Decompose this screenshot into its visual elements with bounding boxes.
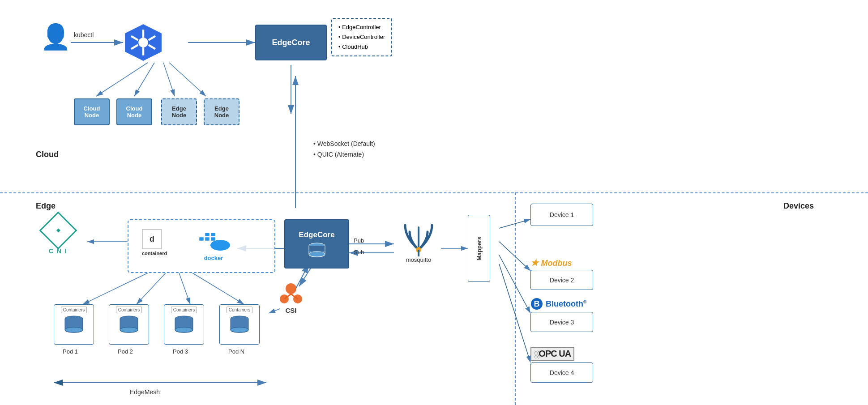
k8s-logo	[123, 22, 163, 63]
sub-label: Sub	[354, 249, 364, 256]
pod2-containers: Containers	[116, 307, 142, 313]
device-2-area: ★ Modbus Device 2	[530, 257, 620, 290]
svg-point-31	[138, 38, 148, 47]
edgecore-box: EdgeCore	[284, 219, 349, 269]
svg-point-44	[210, 240, 230, 251]
svg-rect-49	[211, 233, 215, 236]
csi-label: CSI	[285, 307, 296, 314]
device-1-box: Device 1	[530, 204, 593, 226]
device-3-box: Device 3	[530, 312, 593, 332]
mosquitto-area: mosquitto	[389, 213, 448, 271]
quic-note: • QUIC (Alternate)	[313, 149, 375, 160]
svg-line-22	[83, 273, 148, 304]
bluetooth-label: Bluetooth®	[546, 299, 586, 309]
pod3-containers: Containers	[171, 307, 197, 313]
pod-1-group: Containers	[54, 304, 94, 345]
ch-label: • CloudHub	[338, 42, 385, 52]
device-4-area: ░OPC UA Device 4	[530, 347, 629, 383]
csi-area: CSI	[275, 277, 307, 314]
svg-point-51	[65, 327, 83, 333]
device-1-label: Device 1	[550, 211, 574, 218]
modbus-label: Modbus	[541, 259, 572, 268]
containerd-icon: d	[142, 229, 162, 249]
svg-text:B: B	[534, 299, 540, 308]
svg-rect-45	[199, 237, 204, 241]
svg-line-9	[163, 63, 175, 96]
svg-line-17	[499, 242, 530, 271]
svg-point-53	[120, 327, 138, 333]
pod-3-group: Containers	[164, 304, 204, 345]
containerd-label: containerd	[142, 251, 167, 256]
opcua-logo: ░OPC UA	[530, 347, 574, 361]
device-4-box: Device 4	[530, 362, 593, 383]
pod1-containers: Containers	[61, 307, 87, 313]
pod-2-label: Pod 2	[118, 348, 133, 355]
mosquitto-label: mosquitto	[406, 256, 431, 263]
svg-rect-48	[205, 233, 210, 236]
diagram-container: 👤 kubectl EdgeCore • EdgeController • De…	[0, 0, 868, 405]
pod-2-group: Containers	[109, 304, 149, 345]
dc-label: • DeviceController	[338, 32, 385, 42]
pod-1-label: Pod 1	[63, 348, 78, 355]
edgemesh-label: EdgeMesh	[130, 388, 160, 396]
cloudcore-annotation: • EdgeController • DeviceController • Cl…	[331, 18, 392, 56]
device-4-label: Device 4	[550, 369, 574, 376]
svg-rect-46	[205, 237, 210, 241]
podn-containers: Containers	[227, 307, 252, 313]
devices-section-label: Devices	[783, 201, 814, 211]
device-2-box: Device 2	[530, 270, 593, 290]
svg-line-16	[499, 219, 530, 228]
pub-label: Pub	[354, 237, 364, 244]
device-3-area: B Bluetooth® Device 3	[530, 298, 629, 332]
cni-area: ◆ C N I	[45, 217, 72, 255]
mappers-box: Mappers	[468, 215, 490, 282]
svg-line-10	[169, 63, 206, 96]
svg-point-57	[231, 327, 248, 333]
docker-label: docker	[196, 255, 231, 261]
svg-line-8	[134, 63, 154, 96]
pod-n-group: Containers	[219, 304, 260, 345]
svg-point-58	[286, 283, 296, 294]
pod-n-label: Pod N	[228, 348, 244, 355]
svg-rect-47	[211, 237, 215, 241]
ec-label: • EdgeController	[338, 22, 385, 32]
user-icon: 👤	[40, 25, 71, 49]
connection-notes: • WebSocket (Default) • QUIC (Alternate)	[313, 139, 375, 160]
svg-line-23	[137, 273, 166, 304]
cloud-section-label: Cloud	[36, 150, 59, 159]
svg-line-25	[192, 273, 244, 304]
edge-section-label: Edge	[36, 201, 56, 211]
websocket-note: • WebSocket (Default)	[313, 139, 375, 149]
device-3-label: Device 3	[550, 319, 574, 326]
edge-node-2: EdgeNode	[204, 98, 239, 125]
cloud-node-1: CloudNode	[74, 98, 110, 125]
cloud-node-2: CloudNode	[116, 98, 152, 125]
pod-3-label: Pod 3	[173, 348, 188, 355]
svg-line-24	[179, 273, 190, 304]
cloudcore-box: EdgeCore	[255, 25, 327, 60]
mappers-label: Mappers	[476, 236, 483, 260]
svg-line-18	[499, 255, 530, 313]
svg-line-7	[96, 63, 148, 96]
svg-line-19	[499, 264, 530, 362]
edge-node-1: EdgeNode	[161, 98, 197, 125]
runtime-dashed-box: d containerd docker	[128, 219, 275, 273]
edgecore-label: EdgeCore	[299, 230, 334, 239]
svg-point-55	[175, 327, 193, 333]
cloudcore-label: EdgeCore	[272, 38, 310, 47]
kubectl-label: kubectl	[74, 31, 94, 38]
device-2-label: Device 2	[550, 277, 574, 284]
